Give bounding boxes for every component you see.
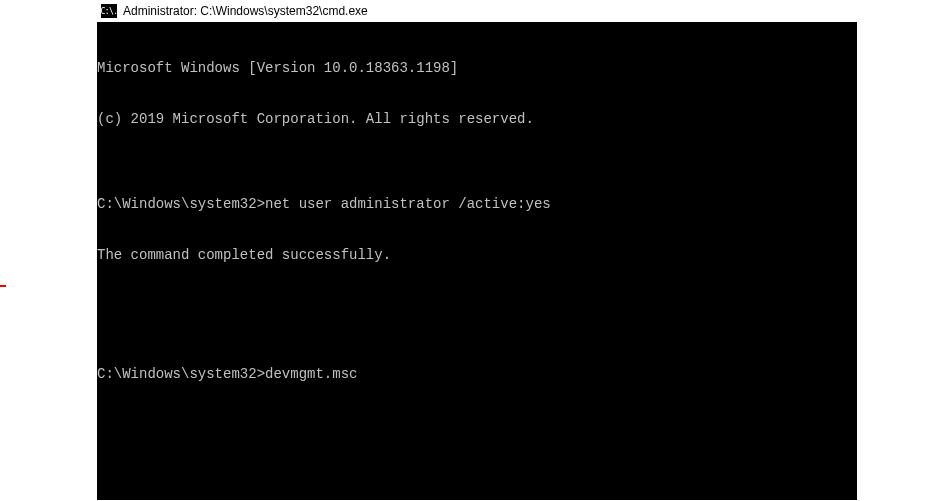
prompt: C:\Windows\system32> — [97, 366, 265, 382]
terminal-line-version: Microsoft Windows [Version 10.0.18363.11… — [97, 60, 857, 77]
red-mark-icon — [0, 285, 6, 287]
cmd-icon: C:\. — [101, 4, 117, 18]
prompt: C:\Windows\system32> — [97, 196, 265, 212]
titlebar[interactable]: C:\. Administrator: C:\Windows\system32\… — [97, 0, 857, 22]
terminal-line-copyright: (c) 2019 Microsoft Corporation. All righ… — [97, 111, 857, 128]
terminal-line-command1: C:\Windows\system32>net user administrat… — [97, 196, 857, 213]
cmd-window: C:\. Administrator: C:\Windows\system32\… — [97, 0, 857, 500]
terminal-line-command2: C:\Windows\system32>devmgmt.msc — [97, 366, 857, 383]
command-input: net user administrator /active:yes — [265, 196, 551, 212]
command-input: devmgmt.msc — [265, 366, 357, 382]
window-title: Administrator: C:\Windows\system32\cmd.e… — [123, 4, 368, 18]
terminal-line-result: The command completed successfully. — [97, 247, 857, 264]
terminal-area[interactable]: Microsoft Windows [Version 10.0.18363.11… — [97, 22, 857, 500]
